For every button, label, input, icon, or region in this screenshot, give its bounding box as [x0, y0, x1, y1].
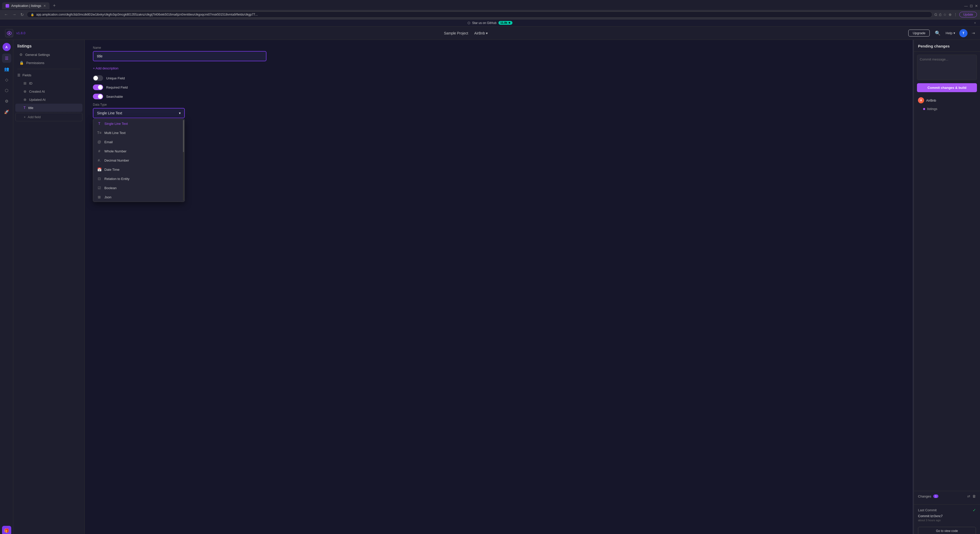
add-icon: +: [24, 115, 26, 119]
fields-header: ☰ Fields: [13, 71, 84, 79]
dropdown-item-boolean[interactable]: ☑ Boolean: [93, 183, 185, 193]
last-commit-header: Last Commit ✓: [918, 508, 976, 513]
single-line-icon: T: [97, 121, 102, 126]
last-commit-section: Last Commit ✓ Commit lzr3xnc7 about 3 ho…: [914, 504, 980, 525]
name-input[interactable]: [93, 51, 266, 61]
data-type-dropdown: T Single Line Text T≡ Multi Line Text @ …: [93, 119, 185, 202]
dropdown-item-relation[interactable]: ⊡ Relation to Entity: [93, 174, 185, 183]
sidebar-item-permissions[interactable]: 🔒 Permissions: [15, 59, 83, 67]
announce-text: Star us on GitHub: [472, 21, 496, 25]
sidebar-item-entities[interactable]: ☰: [2, 54, 11, 63]
field-item-id[interactable]: ⊞ ID: [15, 79, 83, 87]
restore-window-btn[interactable]: ⊡: [970, 4, 973, 8]
toggle-knob: [94, 76, 98, 80]
dropdown-scrollbar[interactable]: [183, 120, 184, 201]
upgrade-btn[interactable]: Upgrade: [908, 30, 930, 37]
data-type-section: Data Type Single Line Text ▾ T Single Li…: [93, 103, 266, 118]
airbnb-avatar: A: [918, 97, 924, 104]
changes-section: Changes 1 ⇄ 🗑: [914, 491, 980, 504]
data-type-input[interactable]: Single Line Text ▾: [93, 108, 185, 118]
required-field-toggle-row: Required Field: [93, 84, 266, 90]
announce-close-btn[interactable]: ×: [974, 21, 976, 25]
dropdown-item-json[interactable]: ⊞ Json: [93, 193, 185, 202]
add-field-btn[interactable]: + Add field: [15, 113, 83, 121]
browser-chrome: Amplication | listings ✕ + — ⊡ ✕ ← → ↻ 🔒…: [0, 0, 980, 19]
entity-title: listings: [13, 40, 84, 51]
sidebar-item-settings[interactable]: ⚙: [2, 97, 11, 106]
sidebar-item-team[interactable]: 👥: [2, 64, 11, 73]
dropdown-item-single-line[interactable]: T Single Line Text: [93, 119, 185, 128]
back-btn[interactable]: ←: [3, 12, 9, 18]
json-icon: ⊞: [97, 195, 102, 199]
logout-icon[interactable]: ⇥: [972, 30, 975, 35]
field-item-title[interactable]: T title: [15, 104, 83, 112]
help-btn[interactable]: Help ▾: [945, 31, 955, 35]
searchable-toggle[interactable]: [93, 94, 103, 99]
dropdown-item-email[interactable]: @ Email: [93, 137, 185, 147]
sidebar-item-diamond[interactable]: ◇: [2, 75, 11, 84]
sidebar-item-plugins[interactable]: ⬡: [2, 86, 11, 95]
gift-btn[interactable]: 🎁: [2, 526, 11, 534]
field-item-created-at[interactable]: ⊕ Created At: [15, 87, 83, 96]
unique-field-toggle[interactable]: [93, 75, 103, 81]
tab-close-btn[interactable]: ✕: [43, 4, 46, 8]
add-desc-label: + Add description: [93, 66, 118, 70]
changes-swap-icon[interactable]: ⇄: [967, 494, 970, 498]
changes-delete-icon[interactable]: 🗑: [972, 494, 976, 498]
commit-message-input[interactable]: [917, 55, 977, 80]
workspace-selector[interactable]: AirBnb ▾: [472, 30, 490, 36]
sidebar-item-rocket[interactable]: 🚀: [2, 107, 11, 116]
extension-icon[interactable]: ⊕: [948, 13, 952, 17]
data-type-chevron-icon: ▾: [179, 111, 181, 115]
listings-app-item: listings: [914, 105, 980, 112]
user-avatar[interactable]: T: [959, 29, 967, 37]
search-icon[interactable]: 🔍: [934, 29, 942, 37]
field-updated-at-label: Updated At: [29, 98, 45, 102]
required-field-label: Required Field: [106, 86, 128, 89]
lock-icon: 🔒: [30, 13, 34, 16]
dropdown-item-multi-line[interactable]: T≡ Multi Line Text: [93, 128, 185, 137]
last-commit-label: Last Commit: [918, 508, 937, 512]
tab-title: Amplication | listings: [11, 4, 41, 8]
app-logo[interactable]: [5, 29, 13, 37]
star-badge[interactable]: 11.0k ★: [498, 21, 512, 25]
bookmark-icon[interactable]: ☆: [943, 13, 947, 17]
address-text: app.amplication.com/clkgfo3dz0mcdk801lw1…: [36, 13, 258, 16]
changes-actions: ⇄ 🗑: [967, 494, 976, 498]
changes-text: Changes: [918, 494, 931, 498]
sidebar-item-general-settings[interactable]: ⚙ General Settings: [15, 51, 83, 59]
add-description-btn[interactable]: + Add description: [93, 66, 266, 70]
field-item-updated-at[interactable]: ⊕ Updated At: [15, 96, 83, 104]
workspace-name: AirBnb: [474, 31, 485, 35]
commit-build-btn[interactable]: Commit changes & build: [917, 83, 977, 92]
airbnb-workspace: A AirBnb: [918, 97, 976, 104]
data-type-selector: Single Line Text ▾ T Single Line Text T≡: [93, 108, 185, 118]
required-field-toggle[interactable]: [93, 84, 103, 90]
refresh-btn[interactable]: ↻: [19, 12, 25, 18]
datetime-icon: 📅: [97, 167, 102, 172]
go-view-code-btn[interactable]: Go to view code: [918, 527, 976, 534]
dropdown-item-whole-number[interactable]: # Whole Number: [93, 147, 185, 156]
active-tab[interactable]: Amplication | listings ✕: [2, 2, 49, 9]
lock-icon: 🔒: [19, 61, 24, 65]
unique-field-toggle-row: Unique Field: [93, 75, 266, 81]
share-icon[interactable]: ⎙: [939, 13, 941, 17]
address-bar[interactable]: 🔒 app.amplication.com/clkgfo3dz0mcdk801l…: [27, 11, 932, 18]
project-label[interactable]: Sample Project: [444, 31, 468, 35]
dropdown-item-decimal[interactable]: #. Decimal Number: [93, 156, 185, 165]
multi-line-icon: T≡: [97, 131, 102, 135]
updated-at-icon: ⊕: [24, 97, 27, 102]
id-field-icon: ⊞: [24, 81, 27, 85]
new-tab-btn[interactable]: +: [51, 2, 59, 10]
main-content-area: Name + Add description Unique Field: [85, 40, 914, 534]
svg-point-1: [8, 32, 10, 34]
forward-btn[interactable]: →: [11, 12, 18, 18]
sidebar-avatar[interactable]: A: [3, 43, 11, 51]
more-icon[interactable]: ⋮: [954, 13, 957, 17]
close-window-btn[interactable]: ✕: [975, 4, 978, 8]
minimize-window-btn[interactable]: —: [964, 4, 968, 8]
entity-sidebar: listings ⚙ General Settings 🔒 Permission…: [13, 40, 85, 534]
update-btn[interactable]: Update: [959, 12, 977, 18]
dropdown-item-datetime[interactable]: 📅 Date Time: [93, 165, 185, 174]
commit-id-text: Commit lzr3xnc7: [918, 514, 976, 518]
